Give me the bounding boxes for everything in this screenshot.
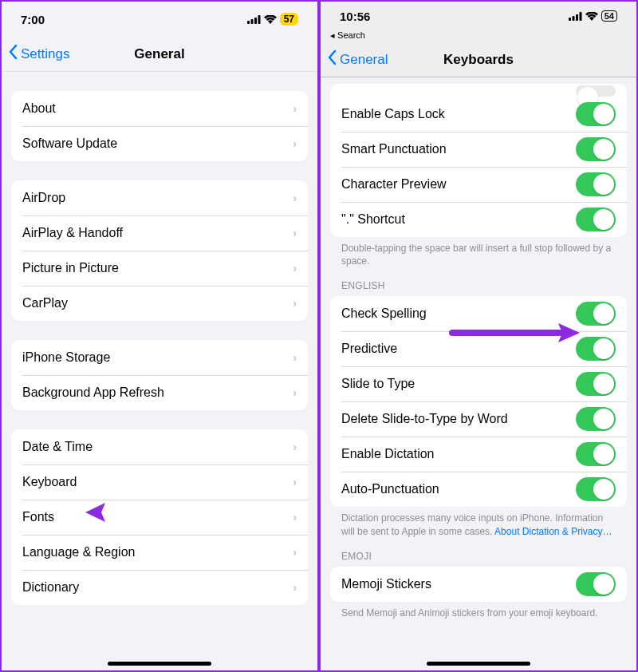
back-label: General xyxy=(340,52,388,68)
row-period-shortcut[interactable]: "." Shortcut xyxy=(330,202,627,237)
svg-rect-7 xyxy=(579,12,581,21)
dictation-privacy-link[interactable]: About Dictation & Privacy… xyxy=(494,526,612,537)
row-dictionary[interactable]: Dictionary› xyxy=(11,570,308,605)
chevron-right-icon: › xyxy=(293,476,297,488)
row-airdrop[interactable]: AirDrop› xyxy=(11,180,308,215)
home-indicator[interactable] xyxy=(427,662,530,666)
chevron-right-icon: › xyxy=(293,102,297,115)
toggle[interactable] xyxy=(576,302,616,326)
row-software-update[interactable]: Software Update› xyxy=(11,126,308,161)
row-background-app-refresh[interactable]: Background App Refresh› xyxy=(11,375,308,410)
toggle[interactable] xyxy=(576,102,616,126)
toggle[interactable] xyxy=(576,477,616,501)
svg-rect-2 xyxy=(254,18,257,24)
status-bar: 7:00 57 xyxy=(2,2,317,37)
row-fonts[interactable]: Fonts› xyxy=(11,500,308,535)
chevron-right-icon: › xyxy=(293,511,297,524)
row-picture-in-picture[interactable]: Picture in Picture› xyxy=(11,251,308,286)
chevron-right-icon: › xyxy=(293,581,297,594)
screenshot-keyboards-settings: 10:56 54 ◂ Search General Keyboards Enab… xyxy=(319,0,638,672)
row-delete-slide-word[interactable]: Delete Slide-to-Type by Word xyxy=(330,401,627,437)
nav-bar: Settings General xyxy=(2,37,317,72)
toggle[interactable] xyxy=(576,137,616,161)
row-partial-top[interactable] xyxy=(330,84,627,97)
group-footer: Double-tapping the space bar will insert… xyxy=(330,237,627,267)
back-button[interactable]: Settings xyxy=(2,44,69,64)
row-memoji-stickers[interactable]: Memoji Stickers xyxy=(330,567,627,602)
toggle[interactable] xyxy=(576,372,616,396)
row-smart-punctuation[interactable]: Smart Punctuation xyxy=(330,132,627,167)
toggle[interactable] xyxy=(576,572,616,596)
chevron-left-icon xyxy=(327,49,337,69)
screenshot-general-settings: 7:00 57 Settings General About› Software… xyxy=(0,0,319,672)
svg-rect-1 xyxy=(250,19,253,24)
svg-rect-3 xyxy=(258,15,260,24)
svg-rect-4 xyxy=(569,18,571,21)
row-predictive[interactable]: Predictive xyxy=(330,331,627,366)
group-header-english: ENGLISH xyxy=(330,280,627,296)
group-footer: Dictation processes many voice inputs on… xyxy=(330,507,627,537)
row-enable-caps-lock[interactable]: Enable Caps Lock xyxy=(330,97,627,132)
chevron-right-icon: › xyxy=(293,297,297,310)
status-time: 10:56 xyxy=(340,10,370,23)
row-iphone-storage[interactable]: iPhone Storage› xyxy=(11,340,308,375)
toggle[interactable] xyxy=(576,85,616,97)
row-slide-to-type[interactable]: Slide to Type xyxy=(330,366,627,401)
row-character-preview[interactable]: Character Preview xyxy=(330,167,627,202)
battery-badge: 57 xyxy=(280,13,298,26)
content-scroll[interactable]: About› Software Update› AirDrop› AirPlay… xyxy=(2,72,317,670)
row-language-region[interactable]: Language & Region› xyxy=(11,535,308,570)
signal-icon xyxy=(569,10,582,23)
row-enable-dictation[interactable]: Enable Dictation xyxy=(330,437,627,472)
chevron-right-icon: › xyxy=(293,351,297,364)
toggle[interactable] xyxy=(576,337,616,361)
chevron-right-icon: › xyxy=(293,262,297,275)
signal-icon xyxy=(247,13,261,26)
nav-bar: General Keyboards xyxy=(321,42,636,77)
wifi-icon xyxy=(585,10,598,23)
home-indicator[interactable] xyxy=(108,662,211,666)
chevron-right-icon: › xyxy=(293,192,297,204)
svg-rect-5 xyxy=(572,16,574,21)
status-bar: 10:56 54 xyxy=(321,2,636,30)
group-header-emoji: EMOJI xyxy=(330,551,627,567)
wifi-icon xyxy=(264,13,277,26)
chevron-left-icon xyxy=(8,44,18,64)
status-time: 7:00 xyxy=(21,13,45,26)
toggle[interactable] xyxy=(576,442,616,466)
battery-badge: 54 xyxy=(601,10,617,22)
toggle[interactable] xyxy=(576,208,616,231)
chevron-right-icon: › xyxy=(293,441,297,453)
back-label: Settings xyxy=(21,46,69,62)
breadcrumb-back[interactable]: ◂ Search xyxy=(321,30,636,42)
toggle[interactable] xyxy=(576,407,616,431)
row-carplay[interactable]: CarPlay› xyxy=(11,286,308,321)
row-check-spelling[interactable]: Check Spelling xyxy=(330,296,627,331)
toggle[interactable] xyxy=(576,172,616,196)
row-keyboard[interactable]: Keyboard› xyxy=(11,464,308,500)
row-auto-punctuation[interactable]: Auto-Punctuation xyxy=(330,472,627,507)
chevron-right-icon: › xyxy=(293,137,297,150)
svg-rect-0 xyxy=(247,21,250,24)
content-scroll[interactable]: Enable Caps Lock Smart Punctuation Chara… xyxy=(321,77,636,670)
row-airplay-handoff[interactable]: AirPlay & Handoff› xyxy=(11,215,308,251)
chevron-right-icon: › xyxy=(293,227,297,239)
back-button[interactable]: General xyxy=(321,49,388,69)
page-title: General xyxy=(134,46,184,62)
chevron-right-icon: › xyxy=(293,386,297,399)
svg-rect-6 xyxy=(576,14,578,21)
row-about[interactable]: About› xyxy=(11,91,308,126)
page-title: Keyboards xyxy=(443,52,514,68)
chevron-right-icon: › xyxy=(293,546,297,559)
row-date-time[interactable]: Date & Time› xyxy=(11,429,308,464)
group-footer: Send Memoji and Animoji stickers from yo… xyxy=(330,602,627,619)
